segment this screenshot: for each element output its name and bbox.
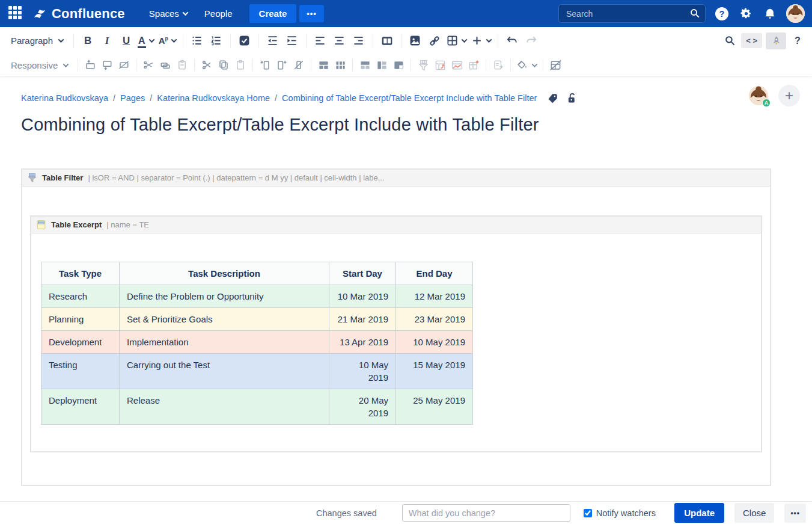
confluence-logo[interactable]: Confluence [32, 6, 125, 22]
bold-button[interactable]: B [78, 31, 97, 51]
table-row[interactable]: Deployment Release 20 May 2019 25 May 20… [41, 389, 473, 425]
column-header[interactable]: End Day [396, 262, 473, 285]
breadcrumb-space[interactable]: Katerina Rudkovskaya [21, 93, 108, 103]
header-row-icon[interactable] [356, 57, 373, 73]
search-input[interactable] [558, 4, 706, 23]
page-title[interactable]: Combining of Table Excerpt/Table Excerpt… [21, 115, 771, 135]
align-center-icon[interactable] [330, 31, 349, 51]
merge-cells-icon[interactable] [315, 57, 332, 73]
version-comment-input[interactable] [402, 504, 570, 522]
breadcrumb-home[interactable]: Katerina Rudkovskaya Home [157, 93, 270, 103]
paragraph-style-dropdown[interactable]: Paragraph [5, 31, 69, 51]
insert-image-icon[interactable] [406, 31, 425, 51]
unrestricted-lock-icon[interactable] [567, 93, 577, 104]
header-column-icon[interactable] [373, 57, 390, 73]
editor-toolbar: Paragraph B I U A Ap [0, 27, 812, 76]
paste-row-icon[interactable] [174, 57, 191, 73]
source-editor-button[interactable]: < > [741, 33, 762, 48]
breadcrumb-current-page[interactable]: Combining of Table Excerpt/Table Excerpt… [282, 93, 537, 103]
delete-column-icon[interactable] [290, 57, 307, 73]
table-row[interactable]: Testing Carrying out the Test 10 May 201… [41, 354, 473, 389]
insert-more-icon[interactable] [469, 31, 493, 51]
table-filter-macro-header[interactable]: Table Filter | isOR = AND | separator = … [22, 170, 770, 186]
table-row[interactable]: Planning Set & Prioritize Goals 21 Mar 2… [41, 308, 473, 331]
align-left-icon[interactable] [311, 31, 330, 51]
indent-icon[interactable] [282, 31, 302, 51]
brand-name: Confluence [52, 6, 125, 22]
column-header[interactable]: Task Type [41, 262, 120, 285]
more-formatting-button[interactable]: Ap [156, 31, 179, 51]
table-excerpt-macro-header[interactable]: Table Excerpt | name = TE [31, 217, 761, 233]
create-button[interactable]: Create [249, 4, 297, 23]
table-mode-dropdown[interactable]: Responsive [5, 55, 74, 75]
task-list-icon[interactable] [235, 31, 254, 51]
table-row[interactable]: Research Define the Problem or Opportuni… [41, 285, 473, 308]
insert-table-icon[interactable] [444, 31, 469, 51]
highlight-cell-icon[interactable] [390, 57, 407, 73]
table-excerpt-macro[interactable]: Table Excerpt | name = TE Task Type Task… [30, 215, 762, 452]
italic-button[interactable]: I [97, 31, 117, 51]
task-table[interactable]: Task Type Task Description Start Day End… [41, 262, 473, 425]
table-chart-icon[interactable] [448, 57, 465, 73]
table-row[interactable]: Development Implementation 13 Apr 2019 1… [41, 331, 473, 354]
copy-icon[interactable] [215, 57, 232, 73]
search-icon[interactable] [689, 8, 700, 19]
delete-row-icon[interactable] [115, 57, 132, 73]
chevron-down-icon [182, 10, 188, 16]
chevron-down-icon [462, 37, 468, 43]
nav-spaces[interactable]: Spaces [141, 0, 196, 27]
user-avatar[interactable] [786, 4, 805, 23]
notify-watchers[interactable]: Notify watchers [584, 508, 656, 518]
insert-row-below-icon[interactable] [99, 57, 115, 73]
labels-tag-icon[interactable] [548, 93, 558, 103]
page-layout-icon[interactable] [377, 31, 397, 51]
split-cells-icon[interactable] [332, 57, 349, 73]
rocket-button[interactable] [766, 32, 786, 49]
table-spreadsheet-icon[interactable] [465, 57, 482, 73]
app-switcher-icon[interactable] [8, 6, 24, 22]
invite-plus-button[interactable]: + [778, 85, 800, 106]
create-more-button[interactable]: ••• [299, 5, 324, 22]
close-button[interactable]: Close [734, 503, 774, 523]
column-header[interactable]: Task Description [120, 262, 329, 285]
update-button[interactable]: Update [674, 503, 724, 523]
chevron-down-icon [532, 61, 538, 67]
bullet-list-icon[interactable] [188, 31, 207, 51]
insert-link-icon[interactable] [425, 31, 444, 51]
gear-icon[interactable] [738, 6, 754, 22]
table-filter-icon[interactable] [415, 57, 432, 73]
help-icon[interactable]: ? [714, 6, 730, 22]
redo-icon[interactable] [522, 31, 541, 51]
nav-people[interactable]: People [196, 0, 241, 27]
import-table-icon[interactable] [490, 57, 507, 73]
insert-row-above-icon[interactable] [82, 57, 99, 73]
footer-more-button[interactable]: ••• [784, 504, 806, 523]
underline-button[interactable]: U [117, 31, 136, 51]
editing-avatar[interactable]: A [748, 85, 769, 106]
undo-icon[interactable] [502, 31, 522, 51]
cut-icon[interactable] [198, 57, 215, 73]
format-toolbar: Paragraph B I U A Ap [0, 27, 812, 54]
copy-row-icon[interactable] [157, 57, 174, 73]
pivot-table-icon[interactable] [432, 57, 448, 73]
align-right-icon[interactable] [349, 31, 368, 51]
remove-table-icon[interactable] [547, 57, 564, 73]
breadcrumb-pages[interactable]: Pages [120, 93, 145, 103]
editor-help-icon[interactable]: ? [788, 31, 807, 51]
cell-color-icon[interactable] [514, 55, 539, 75]
column-header[interactable]: Start Day [329, 262, 396, 285]
paste-icon[interactable] [232, 57, 249, 73]
numbered-list-icon[interactable] [207, 31, 226, 51]
table-filter-macro[interactable]: Table Filter | isOR = AND | separator = … [21, 168, 771, 486]
table-header-row: Task Type Task Description Start Day End… [41, 262, 473, 285]
cut-row-icon[interactable] [140, 57, 157, 73]
editor-footer: Changes saved Notify watchers Update Clo… [0, 501, 812, 524]
macro-params: | name = TE [106, 220, 149, 229]
notifications-bell-icon[interactable] [762, 6, 778, 22]
insert-column-left-icon[interactable] [257, 57, 273, 73]
text-color-button[interactable]: A [136, 31, 156, 51]
outdent-icon[interactable] [263, 31, 282, 51]
find-replace-icon[interactable] [720, 31, 739, 51]
notify-watchers-checkbox[interactable] [584, 509, 592, 517]
insert-column-right-icon[interactable] [273, 57, 290, 73]
